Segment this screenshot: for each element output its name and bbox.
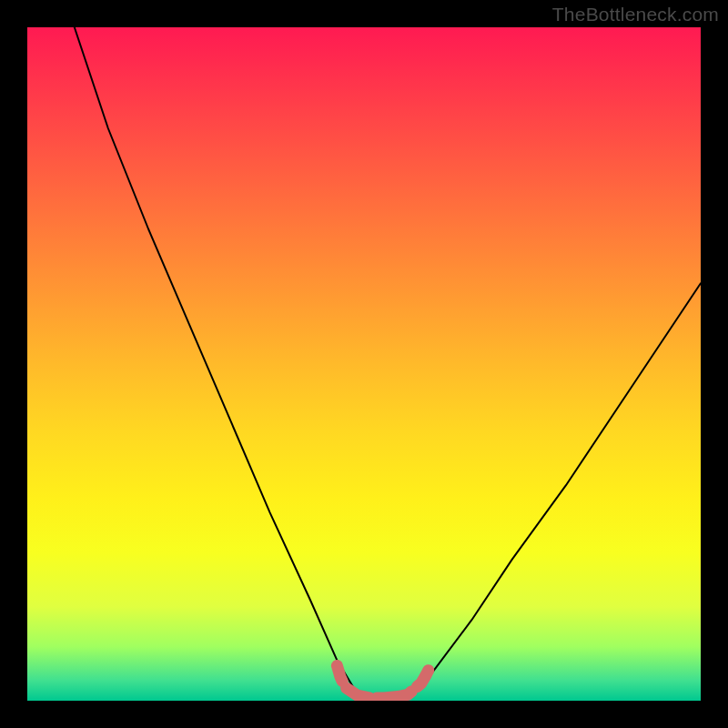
chart-frame: TheBottleneck.com xyxy=(0,0,728,728)
bottleneck-curve xyxy=(75,27,701,701)
watermark-text: TheBottleneck.com xyxy=(552,4,719,25)
plot-area xyxy=(27,27,701,701)
chart-svg xyxy=(27,27,701,701)
highlight-markers xyxy=(337,666,430,699)
